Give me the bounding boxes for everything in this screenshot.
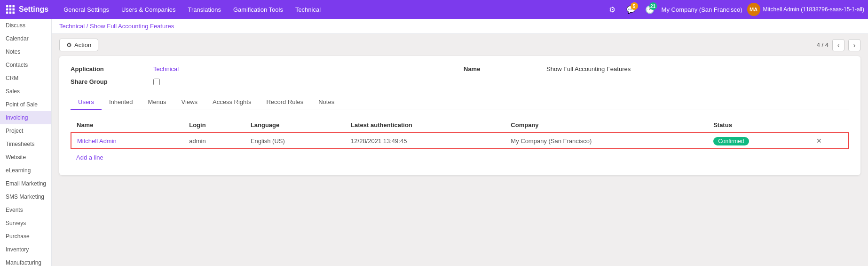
col-status: Status bbox=[708, 118, 810, 133]
tab-views[interactable]: Views bbox=[174, 95, 205, 110]
next-page-button[interactable]: › bbox=[848, 39, 860, 51]
gear-icon: ⚙ bbox=[609, 5, 615, 14]
col-name: Name bbox=[71, 118, 183, 133]
sidebar-item-notes[interactable]: Notes bbox=[0, 45, 51, 58]
svg-rect-4 bbox=[9, 8, 12, 11]
record-card: Application Technical Name Show Full Acc… bbox=[59, 56, 860, 175]
users-table-wrap: Name Login Language Latest authenticatio… bbox=[71, 118, 849, 166]
main-layout: Discuss Calendar Notes Contacts CRM Sale… bbox=[0, 19, 868, 266]
add-line-link[interactable]: Add a line bbox=[71, 151, 109, 164]
nav-general-settings[interactable]: General Settings bbox=[58, 3, 115, 16]
tab-record-rules[interactable]: Record Rules bbox=[259, 95, 311, 110]
chat-icon-btn[interactable]: 💬 5 bbox=[624, 2, 638, 16]
toolbar: ⚙ Action 4 / 4 ‹ › bbox=[52, 34, 868, 56]
pagination-text: 4 / 4 bbox=[817, 41, 829, 48]
nav-technical[interactable]: Technical bbox=[290, 3, 326, 16]
company-selector[interactable]: My Company (San Francisco) bbox=[662, 6, 742, 13]
nav-users-companies[interactable]: Users & Companies bbox=[116, 3, 181, 16]
tab-inherited[interactable]: Inherited bbox=[102, 95, 141, 110]
cell-remove: ✕ bbox=[811, 133, 849, 149]
col-language: Language bbox=[245, 118, 345, 133]
sidebar-item-sales[interactable]: Sales bbox=[0, 85, 51, 98]
user-name-link[interactable]: Mitchell Admin bbox=[77, 137, 117, 145]
sidebar-item-pos[interactable]: Point of Sale bbox=[0, 98, 51, 111]
name-label: Name bbox=[464, 65, 539, 73]
chat-badge: 5 bbox=[631, 2, 638, 10]
action-icon: ⚙ bbox=[66, 41, 72, 48]
sidebar-item-email-marketing[interactable]: Email Marketing bbox=[0, 177, 51, 190]
sidebar-item-calendar[interactable]: Calendar bbox=[0, 32, 51, 45]
users-table: Name Login Language Latest authenticatio… bbox=[71, 118, 849, 149]
svg-rect-1 bbox=[9, 5, 12, 8]
tab-menus[interactable]: Menus bbox=[141, 95, 174, 110]
main-content: Technical / Show Full Accounting Feature… bbox=[52, 19, 868, 266]
application-label: Application bbox=[71, 65, 146, 73]
col-company: Company bbox=[505, 118, 708, 133]
sidebar-item-manufacturing[interactable]: Manufacturing bbox=[0, 256, 51, 266]
top-navigation: Settings General Settings Users & Compan… bbox=[0, 0, 868, 19]
svg-rect-6 bbox=[6, 12, 8, 14]
col-actions bbox=[811, 118, 849, 133]
activity-badge: 21 bbox=[649, 2, 657, 10]
name-value: Show Full Accounting Features bbox=[546, 65, 849, 73]
sidebar-item-events[interactable]: Events bbox=[0, 203, 51, 217]
action-button[interactable]: ⚙ Action bbox=[59, 39, 98, 51]
breadcrumb: Technical / Show Full Accounting Feature… bbox=[52, 19, 868, 34]
share-group-label: Share Group bbox=[71, 78, 146, 85]
breadcrumb-separator: / bbox=[87, 23, 90, 30]
user-menu[interactable]: MA Mitchell Admin (11838796-saas-15-1-al… bbox=[747, 3, 864, 16]
sidebar-item-website[interactable]: Website bbox=[0, 151, 51, 164]
col-login: Login bbox=[183, 118, 245, 133]
nav-right-actions: ⚙ 💬 5 🕐 21 My Company (San Francisco) MA… bbox=[605, 2, 864, 16]
sidebar-item-contacts[interactable]: Contacts bbox=[0, 58, 51, 72]
status-badge: Confirmed bbox=[713, 137, 749, 145]
table-body: Mitchell Admin admin English (US) 12/28/… bbox=[71, 133, 849, 149]
cell-latest-auth: 12/28/2021 13:49:45 bbox=[345, 133, 505, 149]
pagination: 4 / 4 ‹ › bbox=[817, 39, 860, 51]
nav-translations[interactable]: Translations bbox=[182, 3, 227, 16]
share-group-checkbox-wrap bbox=[153, 79, 456, 85]
tabs: Users Inherited Menus Views Access Right… bbox=[71, 95, 849, 110]
tab-notes[interactable]: Notes bbox=[311, 95, 342, 110]
table-header: Name Login Language Latest authenticatio… bbox=[71, 118, 849, 133]
breadcrumb-technical[interactable]: Technical bbox=[59, 23, 85, 30]
svg-rect-8 bbox=[13, 12, 15, 14]
application-value[interactable]: Technical bbox=[153, 65, 456, 73]
svg-rect-5 bbox=[13, 8, 15, 11]
svg-rect-2 bbox=[13, 5, 15, 8]
sidebar-item-crm[interactable]: CRM bbox=[0, 72, 51, 85]
cell-name: Mitchell Admin bbox=[71, 133, 183, 149]
share-group-checkbox[interactable] bbox=[153, 79, 160, 85]
breadcrumb-current: Show Full Accounting Features bbox=[90, 23, 174, 30]
sidebar-item-purchase[interactable]: Purchase bbox=[0, 230, 51, 243]
sidebar-item-invoicing[interactable]: Invoicing bbox=[0, 111, 51, 124]
settings-icon-btn[interactable]: ⚙ bbox=[605, 2, 619, 16]
nav-gamification[interactable]: Gamification Tools bbox=[228, 3, 289, 16]
col-latest-auth: Latest authentication bbox=[345, 118, 505, 133]
app-title: Settings bbox=[19, 5, 48, 14]
tab-access-rights[interactable]: Access Rights bbox=[205, 95, 259, 110]
prev-page-button[interactable]: ‹ bbox=[832, 39, 844, 51]
svg-rect-7 bbox=[9, 12, 12, 14]
sidebar-item-elearning[interactable]: eLearning bbox=[0, 164, 51, 177]
activity-icon-btn[interactable]: 🕐 21 bbox=[643, 2, 657, 16]
sidebar-item-discuss[interactable]: Discuss bbox=[0, 19, 51, 32]
remove-row-button[interactable]: ✕ bbox=[816, 137, 822, 145]
sidebar-item-project[interactable]: Project bbox=[0, 124, 51, 137]
action-label: Action bbox=[74, 41, 91, 48]
sidebar-item-sms-marketing[interactable]: SMS Marketing bbox=[0, 190, 51, 203]
apps-grid-icon[interactable] bbox=[4, 3, 17, 16]
avatar: MA bbox=[747, 3, 760, 16]
sidebar-item-timesheets[interactable]: Timesheets bbox=[0, 137, 51, 151]
user-name: Mitchell Admin (11838796-saas-15-1-all) bbox=[763, 6, 864, 13]
sidebar-item-surveys[interactable]: Surveys bbox=[0, 217, 51, 230]
nav-menu: General Settings Users & Companies Trans… bbox=[58, 3, 603, 16]
table-row: Mitchell Admin admin English (US) 12/28/… bbox=[71, 133, 849, 149]
svg-rect-3 bbox=[6, 8, 8, 11]
form-fields: Application Technical Name Show Full Acc… bbox=[71, 65, 849, 85]
tab-users[interactable]: Users bbox=[71, 95, 102, 110]
svg-rect-0 bbox=[6, 5, 8, 8]
cell-status: Confirmed bbox=[708, 133, 810, 149]
cell-login: admin bbox=[183, 133, 245, 149]
sidebar-item-inventory[interactable]: Inventory bbox=[0, 243, 51, 256]
